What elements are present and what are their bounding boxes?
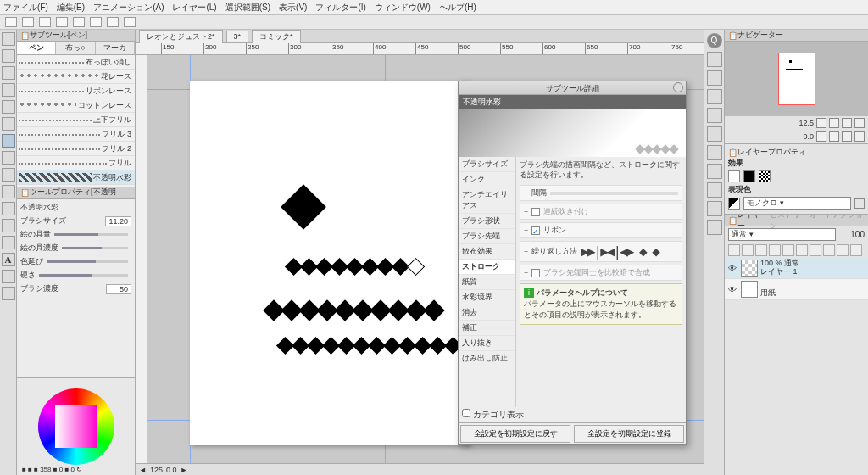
tab-cloth[interactable]: 布っ○ [56, 42, 95, 54]
panel-icon[interactable] [707, 201, 722, 216]
brush-density-value[interactable]: 50 [106, 284, 131, 294]
tool-copy[interactable] [107, 17, 119, 27]
blend-checkbox[interactable] [531, 269, 540, 277]
tool-undo[interactable] [56, 17, 68, 27]
panel-icon[interactable] [707, 164, 722, 179]
close-icon[interactable] [673, 82, 683, 92]
doc-tab[interactable]: 3* [226, 31, 249, 42]
cat-aa[interactable]: アンチエイリアス [459, 187, 515, 214]
panel-icon[interactable] [707, 108, 722, 123]
cat-correct[interactable]: 補正 [459, 321, 515, 336]
nav-rotation-value[interactable]: 0.0 [803, 132, 814, 141]
tool-paste[interactable] [124, 17, 136, 27]
flip-h-icon[interactable] [842, 131, 852, 142]
blend-mode-select[interactable]: 通常 ▾ [728, 228, 836, 241]
tool-brush[interactable] [2, 151, 15, 165]
color-square[interactable] [55, 405, 97, 448]
tool-move[interactable] [2, 49, 15, 63]
category-display-checkbox[interactable] [462, 409, 470, 417]
panel-icon[interactable] [707, 182, 722, 198]
tool-ruler[interactable] [2, 270, 15, 283]
cat-paper[interactable]: 紙質 [459, 275, 515, 290]
repeat-mode-icons[interactable]: ▶▶|▶◀|◀▶ ◆ ◆ [581, 243, 659, 260]
panel-icon[interactable] [707, 126, 722, 142]
effect-pattern-icon[interactable] [759, 170, 771, 182]
brush-item[interactable]: コットンレース [17, 98, 135, 113]
panel-icon[interactable] [707, 52, 722, 67]
zoom-100-icon[interactable] [854, 118, 865, 128]
brush-item[interactable]: フリル 3 [17, 127, 135, 142]
layer-row[interactable]: 👁 100 % 通常レイヤー 1 [725, 258, 868, 279]
menu-select[interactable]: 選択範囲(S) [225, 2, 270, 14]
brush-size-value[interactable]: 11.20 [105, 216, 131, 226]
cat-scatter[interactable]: 散布効果 [459, 244, 515, 260]
hardness-slider[interactable] [39, 274, 128, 277]
save-all-button[interactable]: 全設定を初期設定に登録 [574, 425, 684, 443]
panel-icon[interactable] [707, 145, 722, 160]
cat-ink[interactable]: インク [459, 172, 515, 187]
menu-filter[interactable]: フィルター(I) [315, 2, 365, 14]
layer-ruler-icon[interactable] [796, 244, 808, 256]
cat-wc[interactable]: 水彩境界 [459, 290, 515, 305]
paint-density-slider[interactable] [62, 247, 128, 249]
opacity-value[interactable]: 100 [839, 230, 865, 239]
layer-lock-icon[interactable] [728, 244, 740, 256]
brush-item[interactable]: 花レース [17, 70, 135, 84]
layer-delete-icon[interactable] [850, 244, 862, 256]
rotate-ccw-icon[interactable] [816, 131, 826, 142]
expression-select[interactable]: モノクロ ▾ [743, 197, 851, 210]
cat-overflow[interactable]: はみ出し防止 [459, 351, 515, 366]
reset-all-button[interactable]: 全設定を初期設定に戻す [460, 425, 570, 443]
layer-new-icon[interactable] [823, 244, 835, 256]
gap-slider[interactable] [550, 192, 678, 195]
tool-fill[interactable] [2, 236, 15, 249]
rotation-value[interactable]: 0.0 [166, 466, 177, 474]
cat-tip[interactable]: ブラシ先端 [459, 229, 515, 244]
tool-save[interactable] [39, 17, 51, 27]
zoom-fit-icon[interactable] [842, 118, 852, 128]
layer-row[interactable]: 👁 用紙 [725, 279, 868, 300]
cat-shape[interactable]: ブラシ形状 [459, 214, 515, 229]
tool-cut[interactable] [90, 17, 102, 27]
zoom-value[interactable]: 125 [150, 466, 163, 474]
tool-open[interactable] [22, 17, 34, 27]
tool-eraser[interactable] [2, 202, 15, 215]
brush-item[interactable]: リボンレース [17, 84, 135, 98]
tab-marker[interactable]: マーカ [96, 42, 135, 54]
menu-layer[interactable]: レイヤー(L) [172, 2, 216, 14]
color-extend-slider[interactable] [47, 260, 128, 263]
brush-item[interactable]: 上下フリル [17, 113, 135, 127]
menu-file[interactable]: ファイル(F) [3, 2, 48, 14]
menu-anim[interactable]: アニメーション(A) [93, 2, 164, 14]
menu-help[interactable]: ヘルプ(H) [439, 2, 476, 14]
tool-deco[interactable] [2, 185, 15, 198]
zoom-in-icon[interactable] [829, 118, 839, 128]
menu-view[interactable]: 表示(V) [279, 2, 307, 14]
color-wheel[interactable] [38, 388, 114, 465]
color-mode-icon[interactable] [728, 198, 740, 210]
layer-color-icon[interactable] [810, 244, 821, 256]
layer-folder-icon[interactable] [837, 244, 849, 256]
tool-zoom[interactable] [2, 32, 15, 46]
tool-blend[interactable] [2, 219, 15, 232]
visibility-icon[interactable]: 👁 [726, 285, 738, 294]
tool-text[interactable]: A [2, 253, 15, 266]
layer-clip-icon[interactable] [742, 244, 754, 256]
tool-wand[interactable] [2, 100, 15, 114]
brush-item[interactable]: フリル [17, 156, 135, 170]
quick-access-icon[interactable]: Q [707, 33, 722, 48]
doc-tab[interactable]: コミック* [252, 30, 301, 43]
nav-zoom-value[interactable]: 12.5 [798, 119, 814, 127]
tool-lasso[interactable] [2, 83, 15, 97]
zoom-out-icon[interactable] [816, 118, 826, 128]
visibility-icon[interactable]: 👁 [726, 264, 738, 273]
tool-eyedrop[interactable] [2, 117, 15, 131]
tool-new[interactable] [5, 17, 17, 27]
cat-inout[interactable]: 入り抜き [459, 336, 515, 351]
panel-icon[interactable] [707, 70, 722, 86]
paint-amount-slider[interactable] [54, 233, 128, 236]
rotate-reset-icon[interactable] [854, 131, 865, 142]
brush-item[interactable]: 布っぽい消し [17, 55, 135, 70]
tool-airbrush[interactable] [2, 168, 15, 182]
tab-pen[interactable]: ペン [17, 42, 56, 54]
